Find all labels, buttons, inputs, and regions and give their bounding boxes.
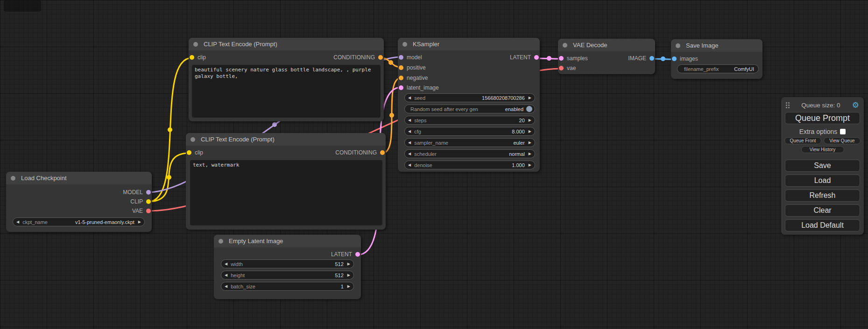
increment-arrow-icon[interactable]: ▶ bbox=[347, 285, 350, 288]
decrement-arrow-icon[interactable]: ◀ bbox=[408, 163, 411, 167]
widget-width[interactable]: ◀ width 512 ▶ bbox=[221, 259, 354, 268]
node-title-bar[interactable]: KSampler bbox=[398, 38, 540, 50]
clear-button[interactable]: Clear bbox=[785, 204, 860, 217]
input-slot-clip[interactable]: clip bbox=[189, 52, 206, 62]
increment-arrow-icon[interactable]: ▶ bbox=[347, 273, 350, 277]
refresh-button[interactable]: Refresh bbox=[785, 189, 860, 202]
node-load-checkpoint[interactable]: Load Checkpoint MODEL CLIP VAE ◀ ckpt_na… bbox=[6, 172, 152, 232]
model-slot-dot[interactable] bbox=[399, 55, 403, 60]
node-title-bar[interactable]: Empty Latent Image bbox=[214, 235, 361, 247]
node-clip-text-encode-negative[interactable]: CLIP Text Encode (Prompt) clip CONDITION… bbox=[186, 133, 386, 230]
output-slot-latent[interactable]: LATENT bbox=[510, 52, 540, 62]
output-slot-latent[interactable]: LATENT bbox=[331, 249, 361, 259]
widget-random-seed-toggle[interactable]: Random seed after every gen enabled bbox=[404, 105, 535, 113]
increment-arrow-icon[interactable]: ▶ bbox=[529, 141, 531, 145]
view-history-button[interactable]: View History bbox=[801, 146, 844, 153]
node-clip-text-encode-positive[interactable]: CLIP Text Encode (Prompt) clip CONDITION… bbox=[189, 38, 384, 121]
collapse-dot-icon[interactable] bbox=[563, 43, 567, 48]
conditioning-slot-dot[interactable] bbox=[399, 65, 403, 70]
node-empty-latent-image[interactable]: Empty Latent Image LATENT ◀ width 512 ▶ … bbox=[214, 235, 361, 299]
increment-arrow-icon[interactable]: ▶ bbox=[529, 163, 531, 167]
prompt-textarea[interactable]: beautiful scenery nature glass bottle la… bbox=[192, 65, 381, 118]
node-save-image[interactable]: Save Image images filename_prefix ComfyU… bbox=[671, 39, 762, 79]
save-button[interactable]: Save bbox=[785, 160, 860, 172]
node-graph-canvas[interactable]: Load Checkpoint MODEL CLIP VAE ◀ ckpt_na… bbox=[0, 0, 868, 329]
gear-icon[interactable]: ⚙ bbox=[852, 101, 859, 109]
clip-slot-dot[interactable] bbox=[187, 150, 191, 155]
increment-arrow-icon[interactable]: ▶ bbox=[529, 96, 531, 100]
conditioning-slot-dot[interactable] bbox=[378, 55, 383, 60]
input-slot-model[interactable]: model bbox=[398, 52, 422, 62]
input-slot-negative[interactable]: negative bbox=[398, 73, 428, 83]
widget-cfg[interactable]: ◀ cfg 8.000 ▶ bbox=[404, 127, 535, 136]
extra-options-checkbox[interactable] bbox=[840, 129, 846, 134]
output-slot-image[interactable]: IMAGE bbox=[628, 53, 655, 63]
image-slot-dot[interactable] bbox=[672, 56, 677, 61]
node-title-bar[interactable]: Save Image bbox=[671, 39, 762, 52]
input-slot-positive[interactable]: positive bbox=[398, 63, 426, 72]
widget-ckpt-name[interactable]: ◀ ckpt_name v1-5-pruned-emaonly.ckpt ▶ bbox=[13, 217, 145, 226]
vae-slot-dot[interactable] bbox=[146, 209, 151, 213]
prompt-textarea[interactable]: text, watermark bbox=[190, 160, 382, 225]
latent-slot-dot[interactable] bbox=[355, 252, 360, 257]
conditioning-slot-dot[interactable] bbox=[399, 76, 403, 80]
clip-slot-dot[interactable] bbox=[146, 199, 151, 204]
widget-denoise[interactable]: ◀ denoise 1.000 ▶ bbox=[404, 161, 535, 169]
output-slot-vae[interactable]: VAE bbox=[132, 206, 152, 216]
collapse-dot-icon[interactable] bbox=[11, 176, 15, 181]
input-slot-samples[interactable]: samples bbox=[558, 53, 588, 63]
widget-batch-size[interactable]: ◀ batch_size 1 ▶ bbox=[221, 282, 354, 291]
latent-slot-dot[interactable] bbox=[559, 56, 564, 61]
node-vae-decode[interactable]: VAE Decode samples IMAGE vae bbox=[558, 39, 655, 74]
image-slot-dot[interactable] bbox=[649, 56, 654, 61]
drag-handle-icon[interactable] bbox=[786, 102, 790, 108]
output-slot-conditioning[interactable]: CONDITIONING bbox=[333, 52, 384, 62]
queue-front-button[interactable]: Queue Front bbox=[784, 137, 821, 144]
increment-arrow-icon[interactable]: ▶ bbox=[529, 130, 531, 133]
node-title-bar[interactable]: CLIP Text Encode (Prompt) bbox=[189, 38, 384, 50]
widget-sampler-name[interactable]: ◀ sampler_name euler ▶ bbox=[404, 138, 535, 147]
output-slot-model[interactable]: MODEL bbox=[123, 187, 152, 197]
decrement-arrow-icon[interactable]: ◀ bbox=[408, 119, 411, 122]
input-slot-images[interactable]: images bbox=[671, 54, 698, 63]
decrement-arrow-icon[interactable]: ◀ bbox=[408, 130, 411, 133]
clip-slot-dot[interactable] bbox=[190, 55, 194, 60]
increment-arrow-icon[interactable]: ▶ bbox=[347, 262, 350, 266]
widget-steps[interactable]: ◀ steps 20 ▶ bbox=[404, 116, 535, 125]
decrement-arrow-icon[interactable]: ◀ bbox=[225, 262, 227, 266]
node-title-bar[interactable]: CLIP Text Encode (Prompt) bbox=[186, 133, 386, 146]
node-ksampler[interactable]: KSampler model LATENT positive negative bbox=[398, 38, 540, 172]
input-slot-latent-image[interactable]: latent_image bbox=[398, 83, 439, 92]
decrement-arrow-icon[interactable]: ◀ bbox=[408, 96, 411, 100]
collapse-dot-icon[interactable] bbox=[676, 43, 680, 48]
widget-height[interactable]: ◀ height 512 ▶ bbox=[221, 271, 354, 280]
collapse-dot-icon[interactable] bbox=[402, 42, 407, 47]
load-button[interactable]: Load bbox=[785, 175, 860, 187]
queue-prompt-button[interactable]: Queue Prompt bbox=[785, 112, 860, 124]
widget-scheduler[interactable]: ◀ scheduler normal ▶ bbox=[404, 149, 535, 158]
decrement-arrow-icon[interactable]: ◀ bbox=[408, 141, 411, 145]
input-slot-vae[interactable]: vae bbox=[558, 63, 576, 73]
node-title-bar[interactable]: VAE Decode bbox=[558, 39, 655, 51]
collapse-dot-icon[interactable] bbox=[219, 239, 223, 244]
toggle-indicator-icon[interactable] bbox=[526, 106, 532, 112]
output-slot-clip[interactable]: CLIP bbox=[130, 196, 152, 206]
load-default-button[interactable]: Load Default bbox=[785, 219, 860, 231]
collapse-dot-icon[interactable] bbox=[191, 137, 195, 142]
model-slot-dot[interactable] bbox=[146, 190, 151, 195]
latent-slot-dot[interactable] bbox=[399, 85, 403, 90]
node-title-bar[interactable]: Load Checkpoint bbox=[6, 172, 152, 184]
widget-filename-prefix[interactable]: filename_prefix ComfyUI bbox=[677, 64, 759, 73]
decrement-arrow-icon[interactable]: ◀ bbox=[225, 273, 227, 277]
collapse-dot-icon[interactable] bbox=[193, 42, 198, 47]
increment-arrow-icon[interactable]: ▶ bbox=[138, 220, 141, 224]
decrement-arrow-icon[interactable]: ◀ bbox=[408, 152, 411, 156]
view-queue-button[interactable]: View Queue bbox=[824, 137, 861, 144]
widget-seed[interactable]: ◀ seed 156680208700286 ▶ bbox=[404, 93, 535, 102]
vae-slot-dot[interactable] bbox=[559, 66, 564, 70]
increment-arrow-icon[interactable]: ▶ bbox=[529, 152, 531, 156]
conditioning-slot-dot[interactable] bbox=[380, 150, 385, 155]
increment-arrow-icon[interactable]: ▶ bbox=[529, 119, 531, 122]
decrement-arrow-icon[interactable]: ◀ bbox=[225, 285, 227, 288]
output-slot-conditioning[interactable]: CONDITIONING bbox=[335, 147, 386, 157]
